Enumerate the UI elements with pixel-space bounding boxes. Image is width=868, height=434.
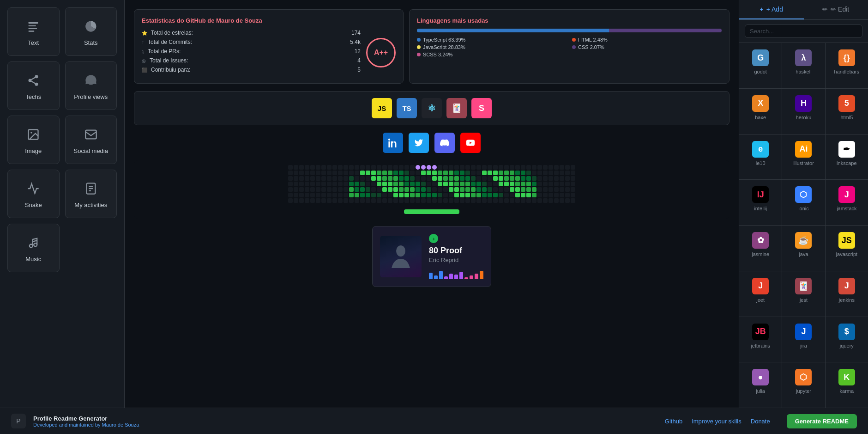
contrib-cell <box>493 165 498 170</box>
contrib-cell <box>482 187 487 192</box>
rs-item-julia[interactable]: ● julia <box>739 362 782 408</box>
contrib-cell <box>510 165 514 170</box>
issues-icon: ◎ <box>142 58 146 63</box>
rs-item-ie10[interactable]: e ie10 <box>739 134 782 180</box>
contrib-cell <box>344 193 348 197</box>
spotify-bar <box>429 273 433 279</box>
rs-item-jeet[interactable]: J jeet <box>739 271 782 317</box>
rs-item-jest[interactable]: 🃏 jest <box>782 271 825 317</box>
sidebar-card-image[interactable]: Image <box>7 116 60 164</box>
contrib-cell <box>427 176 431 181</box>
rs-item-inkscape[interactable]: ✒ inkscape <box>826 134 868 180</box>
rs-search-container <box>739 20 868 43</box>
contrib-cell <box>421 182 426 186</box>
contrib-cell <box>549 187 553 192</box>
footer-author-link[interactable]: Mauro de Souza <box>102 422 139 428</box>
rs-item-jamstack[interactable]: J jamstack <box>826 180 868 225</box>
rs-item-javascript[interactable]: JS javascript <box>826 226 868 271</box>
contrib-cell <box>294 182 298 186</box>
rs-item-intellij[interactable]: IJ intellij <box>739 180 782 225</box>
tab-edit[interactable]: ✏ ✏ Edit <box>804 0 868 19</box>
rs-item-jupyter[interactable]: ⬡ jupyter <box>782 362 825 408</box>
rs-item-haskell[interactable]: λ haskell <box>782 43 825 88</box>
rs-item-godot[interactable]: G godot <box>739 43 782 88</box>
contrib-cell <box>488 171 492 175</box>
rs-item-html5[interactable]: 5 html5 <box>826 89 868 134</box>
contrib-cell <box>410 171 415 175</box>
contrib-cell <box>371 176 376 181</box>
footer-donate-link[interactable]: Donate <box>751 418 770 425</box>
rs-label-jasmine: jasmine <box>752 251 769 257</box>
tech-badge-js[interactable]: JS <box>372 98 392 118</box>
tab-add[interactable]: + + Add <box>739 0 804 19</box>
contrib-cell <box>543 176 548 181</box>
rs-item-ionic[interactable]: ⬡ ionic <box>782 180 825 225</box>
footer-improve-link[interactable]: Improve your skills <box>692 418 741 425</box>
contrib-cell <box>421 198 426 203</box>
sidebar-card-social-media[interactable]: Social media <box>65 116 117 164</box>
contrib-col <box>460 165 464 203</box>
contrib-cell <box>521 182 525 186</box>
sidebar-card-snake[interactable]: Snake <box>7 170 60 218</box>
tech-badge-ts[interactable]: TS <box>397 98 417 118</box>
contrib-cell <box>504 182 509 186</box>
contrib-cell <box>399 182 404 186</box>
sidebar-card-stats[interactable]: Stats <box>65 7 117 56</box>
rs-item-heroku[interactable]: H heroku <box>782 89 825 134</box>
rs-item-jira[interactable]: J jira <box>782 317 825 362</box>
contrib-cell <box>449 165 453 170</box>
sidebar-card-profile-views[interactable]: Profile views <box>65 61 117 110</box>
contrib-cell <box>499 187 503 192</box>
rs-item-jenkins[interactable]: J jenkins <box>826 271 868 317</box>
contrib-cell <box>288 187 293 192</box>
sidebar-card-techs[interactable]: Techs <box>7 61 60 110</box>
sidebar-card-music[interactable]: Music <box>7 224 60 272</box>
rs-item-handlebars[interactable]: {} handlebars <box>826 43 868 88</box>
contribution-grid <box>139 165 725 203</box>
text-icon <box>24 17 42 36</box>
contrib-cell <box>443 187 448 192</box>
contrib-cell <box>526 171 531 175</box>
footer-github-link[interactable]: Github <box>665 418 682 425</box>
contrib-cell <box>543 198 548 203</box>
sidebar-card-my-activities[interactable]: My activities <box>65 170 117 218</box>
social-icon-linkedin[interactable] <box>383 133 403 153</box>
contrib-cell <box>432 193 437 197</box>
contrib-cell <box>460 171 464 175</box>
rs-item-jquery[interactable]: $ jquery <box>826 317 868 362</box>
spotify-bars <box>429 268 483 279</box>
contrib-col <box>388 165 392 203</box>
social-icon-youtube[interactable] <box>460 133 481 153</box>
rs-icon-jira: J <box>795 324 812 340</box>
lang-name: TypeScript 63.39% <box>423 37 465 43</box>
contrib-cell <box>288 182 293 186</box>
contrib-cell <box>316 176 320 181</box>
social-icon-twitter[interactable] <box>409 133 429 153</box>
contrib-cell <box>554 165 559 170</box>
rs-item-haxe[interactable]: X haxe <box>739 89 782 134</box>
rs-item-jetbrains[interactable]: JB jetbrains <box>739 317 782 362</box>
contrib-cell <box>310 193 315 197</box>
contrib-cell <box>482 193 487 197</box>
contrib-cell <box>377 182 381 186</box>
spotify-bar <box>444 276 448 279</box>
contrib-cell <box>454 198 459 203</box>
rs-item-java[interactable]: ☕ java <box>782 226 825 271</box>
social-icon-discord[interactable] <box>434 133 455 153</box>
contrib-cell <box>355 176 359 181</box>
contrib-cell <box>327 165 332 170</box>
tech-badge-react[interactable]: ⚛ <box>422 98 442 118</box>
generate-readme-button[interactable]: Generate README <box>787 414 857 428</box>
contrib-col <box>554 165 559 203</box>
tech-badge-jest[interactable]: 🃏 <box>446 98 467 118</box>
tech-badge-storybook[interactable]: S <box>471 98 492 118</box>
contrib-cell <box>377 171 381 175</box>
sidebar-card-label-techs: Techs <box>25 93 41 100</box>
rs-item-karma[interactable]: K karma <box>826 362 868 408</box>
rs-item-illustrator[interactable]: Ai illustrator <box>782 134 825 180</box>
rs-item-jasmine[interactable]: ✿ jasmine <box>739 226 782 271</box>
sidebar-card-text[interactable]: Text <box>7 7 60 56</box>
search-input[interactable] <box>745 24 862 38</box>
contrib-col <box>504 165 509 203</box>
lang-dot <box>417 38 421 42</box>
